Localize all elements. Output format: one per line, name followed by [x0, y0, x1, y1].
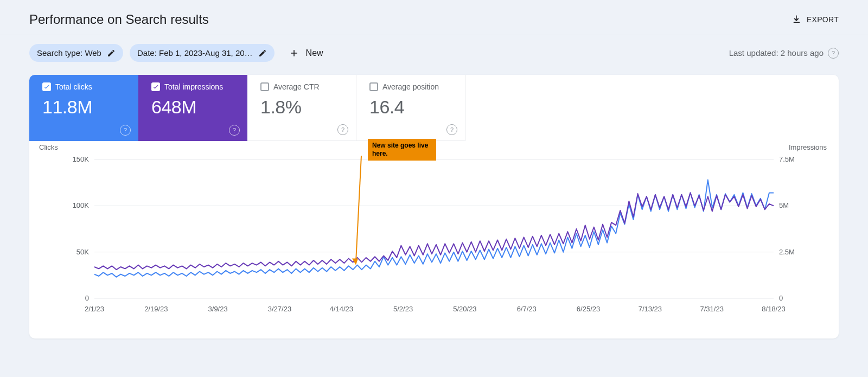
- svg-text:5M: 5M: [779, 201, 789, 209]
- metric-tile-position[interactable]: Average position 16.4 ?: [356, 75, 465, 141]
- svg-text:150K: 150K: [73, 155, 90, 163]
- date-chip[interactable]: Date: Feb 1, 2023-Aug 31, 20…: [130, 44, 275, 62]
- metric-tile-ctr[interactable]: Average CTR 1.8% ?: [247, 75, 356, 141]
- metric-value: 1.8%: [260, 97, 356, 118]
- metric-label: Total impressions: [164, 82, 223, 91]
- checkbox-off-icon: [369, 82, 378, 91]
- export-button[interactable]: EXPORT: [792, 15, 839, 24]
- chart-container: Clicks Impressions 0050K2.5M100K5M150K7.…: [29, 141, 839, 322]
- checkbox-on-icon: [42, 82, 51, 91]
- download-icon: [792, 15, 801, 24]
- metric-label: Average position: [382, 82, 439, 91]
- svg-text:5/20/23: 5/20/23: [453, 305, 476, 313]
- metric-value: 11.8M: [42, 97, 138, 118]
- svg-text:5/2/23: 5/2/23: [393, 305, 413, 313]
- metric-label: Total clicks: [55, 82, 92, 91]
- help-icon[interactable]: ?: [337, 124, 348, 135]
- help-icon[interactable]: ?: [446, 124, 457, 135]
- metric-tiles: Total clicks 11.8M ? Total impressions 6…: [29, 75, 839, 141]
- last-updated: Last updated: 2 hours ago ?: [729, 48, 839, 59]
- svg-rect-0: [794, 22, 800, 23]
- svg-line-25: [356, 156, 361, 262]
- y-axis-left-label: Clicks: [39, 143, 58, 151]
- last-updated-text: Last updated: 2 hours ago: [729, 48, 824, 57]
- checkbox-on-icon: [151, 82, 160, 91]
- svg-text:2/1/23: 2/1/23: [85, 305, 104, 313]
- svg-text:0: 0: [779, 294, 783, 302]
- filter-chips: Search type: Web Date: Feb 1, 2023-Aug 3…: [29, 44, 323, 62]
- date-chip-label: Date: Feb 1, 2023-Aug 31, 20…: [137, 48, 253, 57]
- export-label: EXPORT: [807, 15, 839, 24]
- svg-text:2.5M: 2.5M: [779, 248, 795, 256]
- plus-icon: [289, 48, 299, 59]
- metric-tile-impressions[interactable]: Total impressions 648M ?: [138, 75, 247, 141]
- new-filter-button[interactable]: New: [289, 48, 323, 59]
- metric-value: 648M: [151, 97, 247, 118]
- filter-row: Search type: Web Date: Feb 1, 2023-Aug 3…: [0, 35, 868, 67]
- help-icon[interactable]: ?: [120, 125, 131, 136]
- svg-text:0: 0: [85, 294, 89, 302]
- svg-text:7/13/23: 7/13/23: [639, 305, 662, 313]
- page-header: Performance on Search results EXPORT: [0, 0, 868, 35]
- svg-text:100K: 100K: [73, 201, 90, 209]
- svg-text:7/31/23: 7/31/23: [700, 305, 723, 313]
- search-type-chip[interactable]: Search type: Web: [29, 44, 123, 62]
- metric-value: 16.4: [369, 97, 465, 118]
- performance-chart: 0050K2.5M100K5M150K7.5M2/1/232/19/233/9/…: [62, 149, 806, 322]
- svg-text:3/9/23: 3/9/23: [208, 305, 228, 313]
- svg-text:4/14/23: 4/14/23: [330, 305, 353, 313]
- svg-text:3/27/23: 3/27/23: [268, 305, 291, 313]
- chart-annotation: New site goes live here.: [368, 139, 436, 161]
- performance-panel: Total clicks 11.8M ? Total impressions 6…: [29, 75, 839, 338]
- svg-text:7.5M: 7.5M: [779, 155, 795, 163]
- metric-tile-clicks[interactable]: Total clicks 11.8M ?: [29, 75, 138, 141]
- svg-text:6/25/23: 6/25/23: [577, 305, 600, 313]
- help-icon[interactable]: ?: [229, 125, 240, 136]
- checkbox-off-icon: [260, 82, 269, 91]
- y-axis-right-label: Impressions: [789, 143, 827, 151]
- pencil-icon: [107, 49, 116, 57]
- search-type-chip-label: Search type: Web: [37, 48, 101, 57]
- svg-text:6/7/23: 6/7/23: [517, 305, 537, 313]
- help-icon[interactable]: ?: [828, 48, 839, 59]
- new-filter-label: New: [306, 48, 323, 58]
- page-title: Performance on Search results: [29, 12, 209, 27]
- svg-text:8/18/23: 8/18/23: [762, 305, 785, 313]
- pencil-icon: [258, 49, 267, 57]
- svg-text:50K: 50K: [76, 248, 89, 256]
- svg-text:2/19/23: 2/19/23: [144, 305, 168, 313]
- metric-label: Average CTR: [273, 82, 320, 91]
